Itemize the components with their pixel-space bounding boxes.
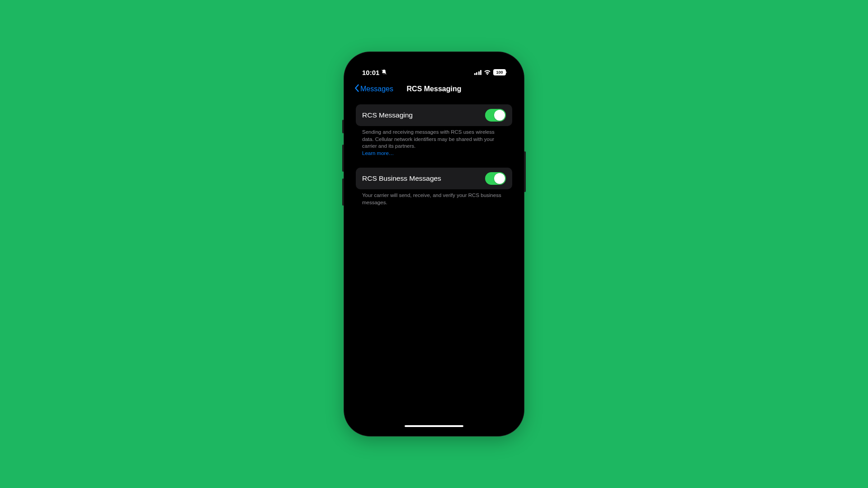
home-indicator[interactable] xyxy=(405,425,463,427)
rcs-messaging-row: RCS Messaging xyxy=(356,104,512,126)
volume-up-button xyxy=(342,145,344,172)
phone-screen: 10:01 100 xyxy=(349,57,519,431)
silent-switch xyxy=(342,120,344,133)
power-button xyxy=(524,151,526,192)
back-label: Messages xyxy=(360,85,393,93)
rcs-business-label: RCS Business Messages xyxy=(362,174,441,183)
rcs-footer-text: Sending and receiving messages with RCS … xyxy=(362,129,495,149)
navigation-bar: Messages RCS Messaging xyxy=(349,80,519,98)
learn-more-link[interactable]: Learn more… xyxy=(362,150,394,156)
settings-content: RCS Messaging Sending and receiving mess… xyxy=(349,98,519,206)
page-title: RCS Messaging xyxy=(407,85,462,93)
status-time: 10:01 xyxy=(362,69,379,76)
phone-device-frame: 10:01 100 xyxy=(344,52,524,436)
cellular-signal-icon xyxy=(474,70,482,75)
toggle-knob xyxy=(494,110,505,121)
rcs-messaging-footer: Sending and receiving messages with RCS … xyxy=(356,126,512,157)
toggle-knob xyxy=(494,173,505,184)
business-footer-text: Your carrier will send, receive, and ver… xyxy=(362,192,501,205)
volume-down-button xyxy=(342,178,344,206)
rcs-business-row: RCS Business Messages xyxy=(356,168,512,189)
battery-level: 100 xyxy=(496,70,503,75)
rcs-messaging-label: RCS Messaging xyxy=(362,111,413,119)
rcs-business-toggle[interactable] xyxy=(485,172,506,185)
rcs-business-footer: Your carrier will send, receive, and ver… xyxy=(356,189,512,206)
battery-indicator: 100 xyxy=(493,69,506,75)
back-button[interactable]: Messages xyxy=(354,84,393,94)
dynamic-island xyxy=(408,63,460,77)
status-left: 10:01 xyxy=(362,69,387,76)
status-right: 100 xyxy=(474,69,506,76)
rcs-messaging-toggle[interactable] xyxy=(485,109,506,122)
bell-slash-icon xyxy=(381,69,387,76)
wifi-icon xyxy=(484,69,491,76)
chevron-left-icon xyxy=(354,84,359,94)
